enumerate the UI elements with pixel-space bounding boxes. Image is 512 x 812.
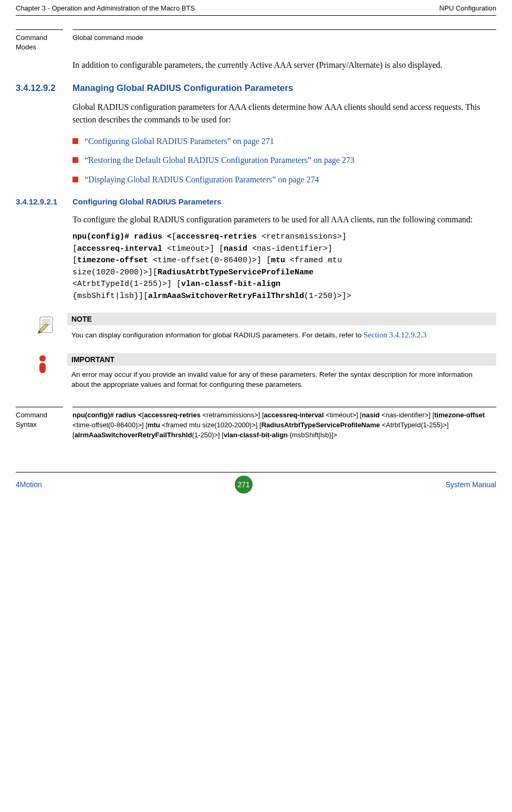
syntax-bold: timezone-offset xyxy=(434,411,485,419)
intro-paragraph: In addition to configurable parameters, … xyxy=(72,59,496,71)
syntax-text: {msbShift|lsb}]> xyxy=(288,431,337,439)
syntax-bold: accessreq-interval xyxy=(264,411,324,419)
important-callout: IMPORTANT An error may occur if you prov… xyxy=(37,353,496,392)
section-2-paragraph: To configure the global RADIUS configura… xyxy=(72,213,496,226)
code-bold: alrmAaaSwitchoverRetryFailThrshld xyxy=(148,292,304,301)
code-text: <timeout>] [ xyxy=(162,244,224,253)
syntax-bold: accessreq-retries xyxy=(144,411,201,419)
command-modes-value: Global command mode xyxy=(72,29,496,52)
bullet-item: “Restoring the Default Global RADIUS Con… xyxy=(72,155,496,166)
code-bold: accessreq-interval xyxy=(77,244,162,253)
code-text: size(1020-2000)>][ xyxy=(72,268,158,277)
bullet-link[interactable]: “Restoring the Default Global RADIUS Con… xyxy=(85,155,354,166)
page-footer: 4Motion 271 System Manual xyxy=(16,472,496,494)
code-bold: mtu xyxy=(271,256,285,265)
svg-point-4 xyxy=(39,355,46,362)
syntax-bold: alrmAaaSwitchoverRetryFailThrshld xyxy=(75,431,192,439)
footer-right: System Manual xyxy=(446,480,496,489)
syntax-text: (1-250)>] [ xyxy=(192,431,224,439)
syntax-bold: nasid xyxy=(362,411,380,419)
command-modes-row: Command Modes Global command mode xyxy=(16,29,496,52)
code-text: (1-250)>]> xyxy=(304,292,351,301)
syntax-text: <framed mtu size(1020-2000)>] [ xyxy=(160,421,262,429)
syntax-text: <nas-identifier>] [ xyxy=(380,411,434,419)
section-title: Configuring Global RADIUS Parameters xyxy=(72,197,221,206)
bullet-link[interactable]: “Configuring Global RADIUS Parameters” o… xyxy=(85,136,274,147)
important-icon xyxy=(37,355,58,377)
command-code-block: npu(config)# radius <[accessreq-retries … xyxy=(72,231,496,302)
code-bold: vlan-classf-bit-align xyxy=(181,280,280,289)
header-left: Chapter 3 - Operation and Administration… xyxy=(16,4,195,12)
page-header: Chapter 3 - Operation and Administration… xyxy=(16,0,496,16)
command-syntax-row: Command Syntax npu(config)# radius <[acc… xyxy=(16,407,496,440)
footer-left: 4Motion xyxy=(16,480,42,489)
code-text: {msbShift|lsb}][ xyxy=(72,292,148,301)
header-right: NPU Configuration xyxy=(440,4,496,12)
note-text: You can display configuration informatio… xyxy=(67,325,496,343)
code-text: [ xyxy=(72,256,77,265)
code-bold: nasid xyxy=(224,244,247,253)
important-heading: IMPORTANT xyxy=(67,353,496,366)
code-text: <retransmissions>] xyxy=(257,232,347,241)
section-1-paragraph: Global RADIUS configuration parameters f… xyxy=(72,101,496,126)
syntax-text: <retransmissions>] [ xyxy=(201,411,264,419)
section-number: 3.4.12.9.2.1 xyxy=(16,197,72,206)
syntax-bold: RadiusAtrbtTypeServiceProfileName xyxy=(262,421,380,429)
section-title: Managing Global RADIUS Configuration Par… xyxy=(72,83,293,94)
code-text: [ xyxy=(72,244,77,253)
syntax-text: <time-offset(0-86400)>] [ xyxy=(72,421,148,429)
page-number-badge: 271 xyxy=(235,476,253,494)
code-text: <AtrbtTypeId(1-255)>] [ xyxy=(72,280,181,289)
note-section-link[interactable]: Section 3.4.12.9.2.3 xyxy=(363,331,426,339)
section-heading-2: 3.4.12.9.2.1 Configuring Global RADIUS P… xyxy=(16,197,496,206)
bullet-list: “Configuring Global RADIUS Parameters” o… xyxy=(72,136,496,186)
code-text: <nas-identifier>] xyxy=(247,244,332,253)
bullet-item: “Displaying Global RADIUS Configuration … xyxy=(72,174,496,186)
bullet-square-icon xyxy=(72,138,78,144)
syntax-bold: vlan-classf-bit-align xyxy=(224,431,288,439)
command-syntax-label: Command Syntax xyxy=(16,407,63,440)
code-text: <framed mtu xyxy=(285,256,342,265)
bullet-square-icon xyxy=(72,157,78,163)
syntax-bold: npu(config)# radius < xyxy=(72,411,142,419)
code-bold: RadiusAtrbtTypeServiceProfileName xyxy=(158,268,314,277)
note-callout: NOTE You can display configuration infor… xyxy=(37,313,496,343)
code-text: [ xyxy=(172,232,176,241)
note-body: You can display configuration informatio… xyxy=(71,331,363,339)
section-number: 3.4.12.9.2 xyxy=(16,83,72,94)
code-bold: npu(config)# radius < xyxy=(72,232,172,241)
note-icon xyxy=(37,315,58,335)
bullet-square-icon xyxy=(72,177,78,182)
syntax-text: <timeout>] [ xyxy=(324,411,362,419)
note-heading: NOTE xyxy=(67,313,496,325)
syntax-bold: mtu xyxy=(148,421,160,429)
code-text: <time-offset(0-86400)>] [ xyxy=(148,256,271,265)
bullet-item: “Configuring Global RADIUS Parameters” o… xyxy=(72,136,496,147)
command-syntax-value: npu(config)# radius <[accessreq-retries … xyxy=(72,407,496,440)
code-bold: accessreq-retries xyxy=(176,232,257,241)
important-text: An error may occur if you provide an inv… xyxy=(67,366,496,392)
bullet-link[interactable]: “Displaying Global RADIUS Configuration … xyxy=(85,174,319,186)
code-bold: timezone-offset xyxy=(77,256,148,265)
command-modes-label: Command Modes xyxy=(16,29,63,52)
section-heading-1: 3.4.12.9.2 Managing Global RADIUS Config… xyxy=(16,83,496,94)
svg-rect-5 xyxy=(39,363,46,373)
